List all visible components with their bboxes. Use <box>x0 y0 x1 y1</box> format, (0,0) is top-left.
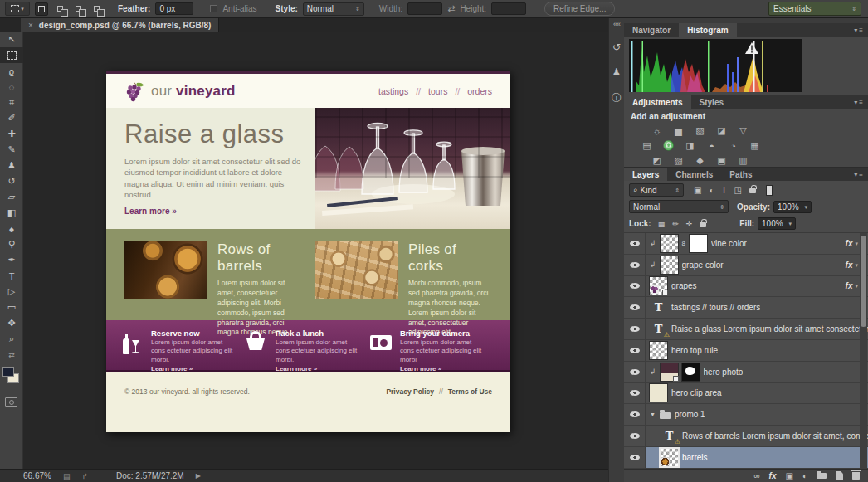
new-selection-button[interactable] <box>35 2 48 16</box>
shape-tool[interactable]: ▭ <box>0 299 23 315</box>
delete-layer-icon[interactable] <box>852 472 860 480</box>
layer-thumbnail[interactable] <box>650 277 667 295</box>
color-balance-icon[interactable]: ♎ <box>662 140 675 151</box>
layer-group-row[interactable]: ▼ promo 1 <box>624 404 868 426</box>
add-mask-icon[interactable]: ▣ <box>786 471 793 480</box>
visibility-toggle[interactable] <box>624 276 646 297</box>
layer-thumbnail[interactable] <box>650 342 667 359</box>
layer-row[interactable]: ↳ 8 vine color fx▾ <box>624 233 868 255</box>
visibility-toggle[interactable] <box>624 255 646 275</box>
filter-on-off-toggle[interactable] <box>766 185 773 196</box>
layer-thumbnail[interactable] <box>661 363 678 381</box>
layer-row[interactable]: T tastings // tours // orders <box>624 297 868 319</box>
intersect-selection-button[interactable] <box>90 2 103 16</box>
visibility-toggle[interactable] <box>624 404 646 425</box>
panel-menu-icon[interactable]: ▾≡ <box>854 168 868 181</box>
visibility-toggle[interactable] <box>624 233 646 254</box>
layer-row[interactable]: ↳ hero photo <box>624 362 868 383</box>
layer-mask-thumbnail[interactable] <box>682 363 700 381</box>
tab-styles[interactable]: Styles <box>691 95 732 109</box>
photo-filter-icon[interactable]: ◓ <box>705 140 718 151</box>
foreground-color-swatch[interactable] <box>2 367 14 377</box>
eraser-tool[interactable]: ▱ <box>0 189 23 205</box>
tool-preset-well[interactable]: ▾ <box>5 2 30 16</box>
style-select[interactable]: Normal ⇕ <box>303 2 364 16</box>
layer-style-icon[interactable]: fx <box>769 471 777 480</box>
layer-name[interactable]: hero photo <box>704 368 744 377</box>
group-expand-icon[interactable]: ▼ <box>650 411 656 417</box>
clone-stamp-tool[interactable]: ♟ <box>0 158 23 173</box>
crop-tool[interactable]: ⌗ <box>0 95 23 110</box>
history-brush-tool[interactable]: ↺ <box>0 173 23 189</box>
feather-input[interactable]: 0 px <box>155 2 193 15</box>
layer-name[interactable]: Rows of barrels Lorem ipsum dolor sit am… <box>682 431 868 441</box>
status-menu-arrow-icon[interactable]: ▶ <box>196 472 201 480</box>
visibility-toggle[interactable] <box>624 340 646 361</box>
layer-name[interactable]: promo 1 <box>675 410 705 419</box>
channel-mixer-icon[interactable]: ◔ <box>727 140 739 151</box>
eyedropper-tool[interactable]: ✐ <box>0 110 23 126</box>
levels-icon[interactable]: ▅ <box>672 125 685 136</box>
curves-icon[interactable]: ▧ <box>694 125 706 136</box>
layer-row-selected[interactable]: barrels <box>624 447 868 469</box>
lasso-tool[interactable]: ϱ <box>0 63 23 79</box>
filter-pixel-icon[interactable]: ▣ <box>694 186 701 195</box>
visibility-toggle[interactable] <box>624 383 646 404</box>
fx-badge[interactable]: fx <box>846 260 853 270</box>
threshold-icon[interactable]: ◆ <box>694 155 706 166</box>
lock-transparency-icon[interactable]: ▦ <box>658 220 666 228</box>
layer-name[interactable]: hero clip area <box>671 388 722 397</box>
tab-layers[interactable]: Layers <box>624 168 667 181</box>
new-layer-icon[interactable] <box>836 471 843 480</box>
path-selection-tool[interactable]: ▷ <box>0 284 23 299</box>
visibility-toggle[interactable] <box>624 297 646 318</box>
healing-brush-tool[interactable]: ✚ <box>0 126 23 142</box>
filter-adjustment-icon[interactable]: ◐ <box>709 186 714 195</box>
gradient-map-icon[interactable]: ▥ <box>737 155 749 166</box>
tab-navigator[interactable]: Navigator <box>624 23 679 37</box>
hue-saturation-icon[interactable]: ▤ <box>641 140 653 151</box>
visibility-toggle[interactable] <box>624 319 646 339</box>
opacity-input[interactable]: 100% ▾ <box>773 201 812 213</box>
quick-mask-button[interactable] <box>5 397 17 407</box>
layer-name[interactable]: Raise a glass Lorem ipsum dolor sit amet… <box>671 324 868 334</box>
link-layers-icon[interactable]: ∞ <box>753 471 759 480</box>
collapse-panels-icon[interactable]: «« <box>613 20 620 28</box>
layer-name[interactable]: barrels <box>682 453 708 462</box>
tab-paths[interactable]: Paths <box>721 168 760 181</box>
layer-row[interactable]: hero clip area <box>624 383 868 405</box>
filter-shape-icon[interactable]: ◳ <box>734 186 742 195</box>
layer-row[interactable]: ↳ grape color fx▾ <box>624 255 868 276</box>
document-tab[interactable]: × design_comp.psd @ 66.7% (barrels, RGB/… <box>21 18 219 32</box>
visibility-toggle[interactable] <box>624 426 646 446</box>
layer-row[interactable]: grapes fx▾ <box>624 276 868 298</box>
rectangular-marquee-tool[interactable] <box>0 47 23 63</box>
swap-colors-icon[interactable]: ⇄ <box>0 347 23 363</box>
hand-tool[interactable]: ✥ <box>0 315 23 331</box>
fill-input[interactable]: 100% ▾ <box>758 217 796 230</box>
panel-menu-icon[interactable]: ▾≡ <box>854 23 868 37</box>
fx-badge[interactable]: fx <box>846 239 853 248</box>
add-selection-button[interactable] <box>53 2 66 16</box>
layer-thumbnail[interactable] <box>661 235 678 252</box>
subtract-selection-button[interactable] <box>71 2 85 16</box>
document-canvas[interactable]: our vineyard tastings // tours // orders… <box>106 71 510 432</box>
close-icon[interactable]: × <box>28 21 33 30</box>
filter-type-icon[interactable]: T <box>722 186 727 195</box>
vibrance-icon[interactable]: ▽ <box>737 125 749 136</box>
move-tool[interactable]: ↖ <box>0 32 23 47</box>
layer-thumbnail[interactable] <box>650 384 667 402</box>
layer-name[interactable]: grape color <box>682 260 724 270</box>
selective-color-icon[interactable]: ▣ <box>715 155 728 166</box>
clone-source-panel-icon[interactable]: ♟ <box>612 66 622 78</box>
lock-position-icon[interactable]: ✛ <box>686 220 693 228</box>
info-panel-icon[interactable]: ⓘ <box>612 91 622 105</box>
refine-edge-button[interactable]: Refine Edge... <box>544 2 615 16</box>
new-group-icon[interactable] <box>817 473 827 479</box>
swap-dimensions-icon[interactable]: ⇄ <box>447 3 455 14</box>
width-input[interactable] <box>407 2 442 15</box>
panel-menu-icon[interactable]: ▾≡ <box>854 95 868 109</box>
color-lookup-icon[interactable]: ▦ <box>749 140 761 151</box>
history-panel-icon[interactable]: ↺ <box>612 41 621 53</box>
black-white-icon[interactable]: ◨ <box>684 140 696 151</box>
